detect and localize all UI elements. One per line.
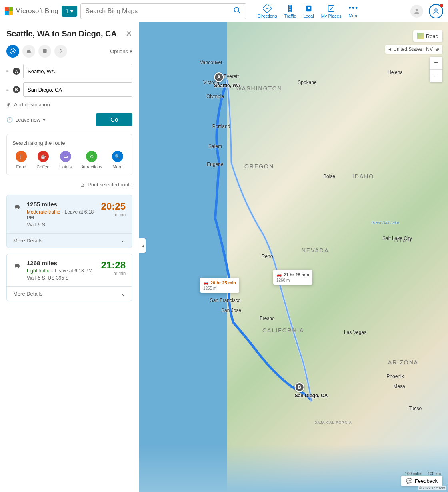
food-icon: 🍴 [16,151,27,162]
close-button[interactable]: ✕ [126,29,132,38]
person-icon [413,8,420,15]
search-box[interactable] [80,3,246,19]
waypoints-list: ≡ A ≡ B ⇅ [6,64,132,97]
more-details-toggle[interactable]: More Details ⌄ [7,233,132,248]
chat-icon: 💬 [406,478,412,484]
route-tooltip-1[interactable]: 🚗20 hr 25 min 1255 mi [200,278,239,293]
waypoint-a-marker: A [13,68,20,75]
route-time: 20:25 hr min [101,201,126,228]
header-right [410,4,443,18]
search-input[interactable] [86,8,233,15]
brand-text: Microsoft Bing [15,7,58,15]
waypoint-b-row: ≡ B ⇅ [6,82,132,97]
brand-logo[interactable]: Microsoft Bing [5,7,58,15]
map-marker-b[interactable]: B San Diego, CA [295,382,328,398]
directions-icon [263,4,272,13]
nav-local[interactable]: Local [303,4,314,18]
nav-my-places[interactable]: My Places [321,4,342,18]
sr-coffee[interactable]: ☕Coffee [36,151,49,169]
map-style-button[interactable]: Road [413,30,442,42]
car-icon [26,48,32,54]
chevron-down-icon: ▾ [70,8,73,14]
mode-walking[interactable] [54,45,67,58]
city-label: Tucso [409,406,422,411]
plus-icon: ⊕ [6,102,11,108]
zoom-in-button[interactable]: + [430,57,442,70]
svg-point-14 [30,52,30,53]
map-canvas[interactable]: WASHINGTON OREGON IDAHO NEVADA CALIFORNI… [139,22,448,492]
state-label: IDAHO [352,173,374,180]
map-marker-a[interactable]: A Seattle, WA [214,72,240,88]
options-toggle[interactable]: Options ▾ [110,48,132,54]
go-button[interactable]: Go [96,113,132,126]
route-tooltip-2[interactable]: 🚗21 hr 28 min 1268 mi [273,270,312,285]
mode-transit[interactable] [38,45,51,58]
city-label: Portland [212,124,230,129]
app-header: Microsoft Bing 1 ▾ Directions Traffic Lo… [0,0,448,22]
waypoint-b-input[interactable] [23,82,132,97]
svg-rect-9 [328,5,334,11]
svg-point-10 [416,9,418,11]
route-time: 21:28 hr min [101,260,126,281]
svg-point-0 [234,7,239,12]
search-more-icon: 🔍 [112,151,123,162]
coffee-icon: ☕ [38,151,49,162]
chevron-down-icon: ▾ [130,48,132,54]
leave-now-selector[interactable]: 🕐 Leave now ▾ [6,117,46,123]
svg-point-18 [60,49,62,50]
city-label: Reno [262,254,273,259]
state-label: NEVADA [302,247,329,254]
route-card-1[interactable]: 1255 miles Moderate traffic·Leave at 6:1… [6,195,132,248]
nav-more[interactable]: ••• More [348,4,358,18]
chevron-down-icon: ⌄ [121,291,126,297]
map-scale: 100 miles100 km [405,472,441,476]
state-label: WASHINGTON [236,85,282,92]
add-destination-button[interactable]: ⊕ Add destination [6,102,132,108]
feedback-button[interactable]: 💬 Feedback [401,476,442,486]
svg-point-16 [44,52,44,52]
more-details-toggle[interactable]: More Details ⌄ [7,286,132,301]
print-icon: 🖨 [80,182,85,188]
profile-avatar[interactable] [410,5,423,18]
city-label: San Francisco [210,298,241,303]
waypoint-a-input[interactable] [23,64,132,78]
city-label: Salt Lake City [382,236,412,241]
svg-point-22 [18,267,19,268]
car-icon [13,261,21,281]
print-route-button[interactable]: 🖨 Print selected route [6,182,132,188]
zoom-control: + − [430,57,442,82]
search-icon[interactable] [233,6,241,16]
tab-count-button[interactable]: 1 ▾ [62,6,77,17]
drag-handle[interactable]: ≡ [6,88,10,92]
chevron-down-icon: ⌄ [121,238,126,244]
collapse-sidebar-button[interactable]: ◂ [139,238,146,253]
location-breadcrumb[interactable]: ◂ United States · NV ⊕ [385,45,442,54]
sr-food[interactable]: 🍴Food [16,151,27,169]
waypoint-b-marker: B [13,86,20,93]
drag-handle[interactable]: ≡ [6,69,10,74]
city-label: San Jose [221,308,241,313]
zoom-out-button[interactable]: − [430,70,442,82]
route-card-2[interactable]: 1268 miles Light traffic·Leave at 6:18 P… [6,254,132,301]
traffic-icon [286,4,294,13]
mode-driving[interactable] [6,45,19,58]
mode-car[interactable] [22,45,35,58]
directions-panel: Seattle, WA to San Diego, CA ✕ Options ▾ [0,22,139,492]
bus-icon [42,48,48,54]
hotel-icon: 🛏 [60,151,71,162]
svg-point-6 [290,10,291,11]
svg-point-13 [27,52,28,53]
city-label: BAJA CALIFORNIA [314,420,352,424]
nav-directions[interactable]: Directions [258,4,277,18]
nav-traffic[interactable]: Traffic [284,4,296,18]
search-route-title: Search along the route [11,140,128,146]
sr-hotels[interactable]: 🛏Hotels [59,151,72,169]
city-label: Olympia [206,94,224,99]
local-icon [304,4,313,13]
rewards-badge[interactable] [429,4,443,18]
svg-point-5 [290,8,291,9]
sr-attractions[interactable]: ⊙Attractions [82,151,102,169]
city-label: Vancouver [200,60,222,65]
sr-more[interactable]: 🔍More [112,151,123,169]
locate-icon[interactable]: ⊕ [435,46,439,52]
